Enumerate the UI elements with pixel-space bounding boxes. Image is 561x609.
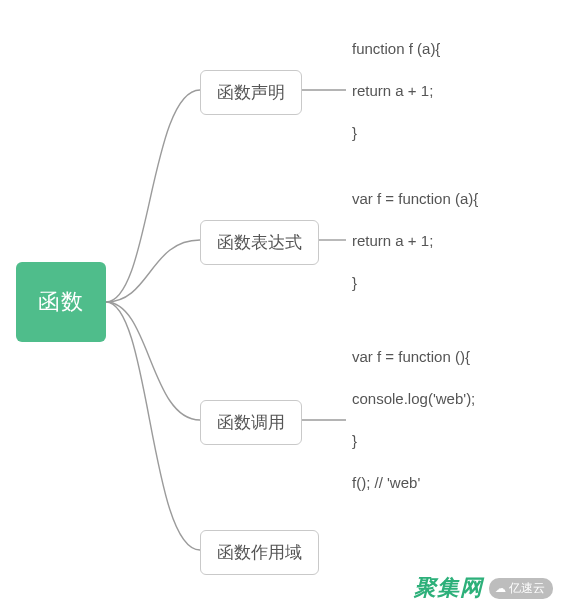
code-line: }	[352, 274, 357, 291]
child-label: 函数声明	[217, 83, 285, 102]
code-line: console.log('web');	[352, 390, 475, 407]
code-line: var f = function (){	[352, 348, 470, 365]
child-label: 函数调用	[217, 413, 285, 432]
child-node-expr[interactable]: 函数表达式	[200, 220, 319, 265]
child-node-scope[interactable]: 函数作用域	[200, 530, 319, 575]
cloud-icon: ☁	[495, 582, 506, 595]
code-line: return a + 1;	[352, 232, 433, 249]
watermark-main: 聚集网	[414, 573, 483, 603]
child-label: 函数表达式	[217, 233, 302, 252]
code-line: }	[352, 124, 357, 141]
code-line: function f (a){	[352, 40, 440, 57]
code-line: var f = function (a){	[352, 190, 478, 207]
root-label: 函数	[38, 287, 84, 317]
code-line: }	[352, 432, 357, 449]
code-line: f(); // 'web'	[352, 474, 420, 491]
child-node-call[interactable]: 函数调用	[200, 400, 302, 445]
watermark: 聚集网 ☁ 亿速云	[414, 573, 553, 603]
mindmap-stage: 函数 函数声明 function f (a){ return a + 1; } …	[0, 0, 561, 609]
code-line: return a + 1;	[352, 82, 433, 99]
watermark-pill: ☁ 亿速云	[489, 578, 553, 599]
root-node[interactable]: 函数	[16, 262, 106, 342]
watermark-pill-text: 亿速云	[509, 580, 545, 597]
child-node-decl[interactable]: 函数声明	[200, 70, 302, 115]
child-label: 函数作用域	[217, 543, 302, 562]
